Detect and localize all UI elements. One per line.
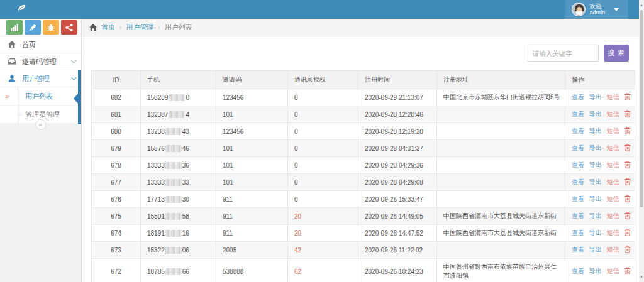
view-link[interactable]: 查看 <box>572 144 584 151</box>
scroll-down-icon[interactable]: ▼ <box>639 274 644 280</box>
trash-icon[interactable] <box>624 212 631 220</box>
cell-contacts-auth: 20 <box>288 225 358 242</box>
col-header-invite-code: 邀请码 <box>216 71 288 89</box>
trash-icon[interactable] <box>624 161 631 170</box>
breadcrumb-section-link[interactable]: 用户管理 <box>126 23 153 32</box>
phone-blur-mask <box>165 213 182 220</box>
export-link[interactable]: 导出 <box>589 212 602 219</box>
table-row: 682 1582890 123456 0 2020-09-29 21:13:07… <box>92 89 635 106</box>
active-item-arrow <box>74 93 79 104</box>
trash-icon[interactable] <box>624 127 631 136</box>
trash-icon[interactable] <box>624 110 631 119</box>
sidebar-item-invite-mgmt[interactable]: 邀请码管理 <box>0 53 81 70</box>
sidebar-item-user-mgmt[interactable]: 用户管理 <box>0 70 81 87</box>
export-link[interactable]: 导出 <box>589 246 602 253</box>
phone-prefix: 158289 <box>147 94 168 101</box>
sms-link[interactable]: 短信 <box>607 161 619 168</box>
scroll-up-icon[interactable]: ▲ <box>639 2 644 8</box>
cell-reg-addr <box>437 123 565 140</box>
export-link[interactable]: 导出 <box>589 178 602 185</box>
cell-reg-time: 2020-09-29 21:13:07 <box>358 89 437 106</box>
phone-suffix: 33 <box>182 179 189 186</box>
export-link[interactable]: 导出 <box>589 268 602 274</box>
search-button[interactable]: 搜 索 <box>604 45 629 62</box>
view-link[interactable]: 查看 <box>572 246 584 253</box>
chevron-down-icon <box>71 58 76 63</box>
cell-reg-time: 2020-09-28 04:29:36 <box>358 157 437 174</box>
view-link[interactable]: 查看 <box>572 229 584 236</box>
phone-suffix: 36 <box>182 162 189 169</box>
share-shortcut-button[interactable] <box>61 20 77 35</box>
trash-icon[interactable] <box>624 144 631 153</box>
sms-link[interactable]: 短信 <box>607 144 619 151</box>
trash-icon[interactable] <box>624 178 631 187</box>
home-icon <box>89 24 97 31</box>
export-link[interactable]: 导出 <box>589 229 602 236</box>
trash-icon[interactable] <box>624 267 631 276</box>
table-row: 676 1771330 911 0 2020-09-26 15:33:47 查看… <box>92 191 635 208</box>
cell-phone: 1819116 <box>141 225 216 242</box>
chart-shortcut-button[interactable] <box>6 20 23 35</box>
view-link[interactable]: 查看 <box>572 161 584 168</box>
sms-link[interactable]: 短信 <box>607 195 619 202</box>
export-link[interactable]: 导出 <box>589 94 602 100</box>
user-menu[interactable]: 欢迎, admin <box>565 0 628 19</box>
view-link[interactable]: 查看 <box>572 195 584 202</box>
phone-prefix: 13333 <box>147 162 165 169</box>
cell-id: 679 <box>92 140 141 157</box>
phone-suffix: 06 <box>182 247 189 254</box>
sms-link[interactable]: 短信 <box>607 246 619 253</box>
phone-blur-mask <box>165 247 182 254</box>
sms-link[interactable]: 短信 <box>607 268 619 274</box>
sidebar-collapse-button[interactable]: « <box>35 119 46 130</box>
sms-link[interactable]: 短信 <box>607 212 619 219</box>
pencil-shortcut-button[interactable] <box>25 20 41 35</box>
cell-reg-time: 2020-09-28 04:29:08 <box>358 174 437 191</box>
sms-link[interactable]: 短信 <box>607 229 619 236</box>
search-input[interactable] <box>528 45 599 62</box>
cell-actions: 查看 导出 短信 <box>565 225 635 242</box>
sidebar-item-label: 首页 <box>22 40 36 50</box>
vertical-scrollbar[interactable]: ▲ ▼ <box>639 0 644 282</box>
export-link[interactable]: 导出 <box>589 161 602 168</box>
sms-link[interactable]: 短信 <box>607 111 619 117</box>
export-link[interactable]: 导出 <box>589 144 602 151</box>
export-link[interactable]: 导出 <box>589 111 602 117</box>
view-link[interactable]: 查看 <box>572 127 584 134</box>
table-row: 680 1323843 123456 0 2020-09-28 12:19:20… <box>92 123 635 140</box>
cell-reg-time: 2020-09-28 12:19:20 <box>358 123 437 140</box>
cell-contacts-auth: 0 <box>288 174 358 191</box>
chevron-down-icon <box>71 75 76 80</box>
sms-link[interactable]: 短信 <box>607 178 619 185</box>
export-link[interactable]: 导出 <box>589 127 602 134</box>
sidebar-shortcuts <box>0 19 81 36</box>
trash-icon[interactable] <box>624 195 631 203</box>
trash-icon[interactable] <box>624 229 631 237</box>
table-row: 678 1333336 101 0 2020-09-28 04:29:36 查看… <box>92 157 635 174</box>
sidebar-item-home[interactable]: 首页 <box>0 36 81 53</box>
cell-invite-code: 911 <box>216 208 288 225</box>
admin-app: 欢迎, admin <box>0 0 644 282</box>
cell-id: 675 <box>92 208 141 225</box>
cell-contacts-auth: 42 <box>288 242 358 259</box>
export-link[interactable]: 导出 <box>589 195 602 202</box>
sms-link[interactable]: 短信 <box>607 127 619 134</box>
trash-icon[interactable] <box>624 246 631 254</box>
table-body: 682 1582890 123456 0 2020-09-29 21:13:07… <box>92 89 635 282</box>
view-link[interactable]: 查看 <box>572 212 584 219</box>
sms-link[interactable]: 短信 <box>607 94 619 100</box>
avatar <box>572 3 586 16</box>
breadcrumb-home-link[interactable]: 首页 <box>101 23 115 32</box>
phone-blur-mask <box>165 128 182 135</box>
sidebar-item-user-list[interactable]: » 用户列表 <box>0 87 81 106</box>
view-link[interactable]: 查看 <box>572 111 584 117</box>
view-link[interactable]: 查看 <box>572 268 584 274</box>
breadcrumb-current: 用户列表 <box>165 23 192 32</box>
trash-icon[interactable] <box>624 93 631 102</box>
view-link[interactable]: 查看 <box>572 178 584 185</box>
view-link[interactable]: 查看 <box>572 94 584 100</box>
scrollbar-thumb[interactable] <box>640 10 643 207</box>
phone-blur-mask <box>165 230 182 237</box>
bug-shortcut-button[interactable] <box>43 20 59 35</box>
col-header-phone: 手机 <box>141 71 216 89</box>
